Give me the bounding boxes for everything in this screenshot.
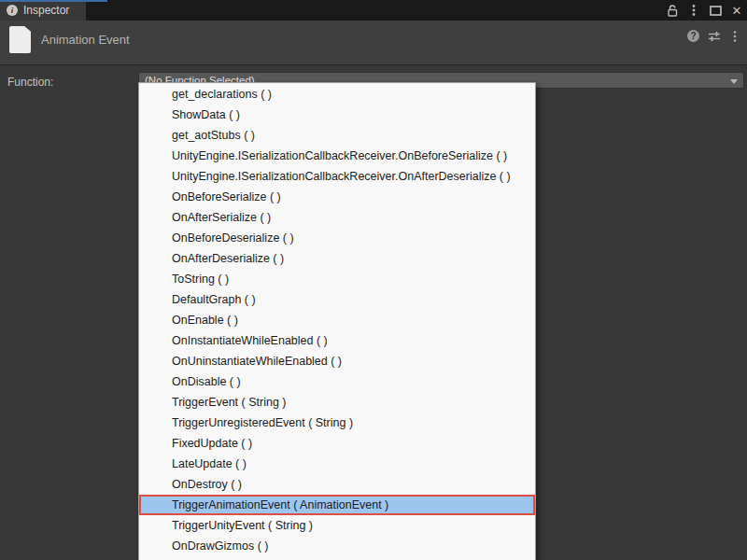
dropdown-item[interactable]: get_declarations ( ) — [139, 84, 535, 105]
dropdown-item[interactable]: UnityEngine.ISerializationCallbackReceiv… — [139, 146, 535, 166]
presets-icon[interactable] — [706, 28, 722, 44]
dropdown-item[interactable]: OnDisable ( ) — [139, 371, 535, 392]
dropdown-item[interactable]: OnDrawGizmos ( ) — [139, 536, 535, 556]
dropdown-item[interactable]: OnUninstantiateWhileEnabled ( ) — [139, 351, 535, 371]
function-label: Function: — [7, 76, 53, 89]
document-icon — [9, 26, 31, 53]
dropdown-item[interactable]: TriggerAnimationEvent ( AnimationEvent ) — [139, 495, 535, 515]
active-tab-accent — [0, 0, 107, 2]
tab-label: Inspector — [23, 4, 69, 17]
inspector-header: Animation Event ? — [0, 21, 747, 65]
dropdown-item[interactable]: UnityEngine.ISerializationCallbackReceiv… — [139, 166, 535, 187]
dropdown-item[interactable]: get_aotStubs ( ) — [139, 125, 535, 146]
window-titlebar: i Inspector ✕ — [0, 0, 747, 21]
help-icon[interactable]: ? — [685, 28, 701, 44]
dropdown-item[interactable]: OnAfterDeserialize ( ) — [139, 248, 535, 269]
dropdown-item[interactable]: TriggerEvent ( String ) — [139, 392, 535, 413]
dropdown-item[interactable]: TriggerUnityEvent ( String ) — [139, 515, 535, 536]
dropdown-item[interactable]: OnBeforeSerialize ( ) — [139, 187, 535, 207]
dropdown-item[interactable]: OnAfterSerialize ( ) — [139, 207, 535, 228]
dropdown-item[interactable]: OnEnable ( ) — [139, 310, 535, 330]
function-dropdown-popup: get_declarations ( )ShowData ( )get_aotS… — [138, 82, 536, 560]
info-icon: i — [7, 5, 18, 16]
dropdown-item[interactable]: DefaultGraph ( ) — [139, 289, 535, 310]
dropdown-item[interactable]: TriggerUnregisteredEvent ( String ) — [139, 413, 535, 433]
asset-title: Animation Event — [41, 33, 130, 47]
dropdown-item[interactable]: FixedUpdate ( ) — [139, 433, 535, 454]
tab-inspector[interactable]: i Inspector — [0, 0, 86, 21]
maximize-icon[interactable] — [708, 3, 723, 18]
dropdown-item[interactable]: OnDestroy ( ) — [139, 474, 535, 495]
dropdown-item[interactable]: ShowData ( ) — [139, 105, 535, 125]
titlebar-icons: ✕ — [665, 0, 744, 21]
dropdown-item[interactable]: ToString ( ) — [139, 269, 535, 289]
header-icons: ? — [685, 28, 742, 44]
dropdown-item[interactable]: LateUpdate ( ) — [139, 454, 535, 474]
dropdown-item[interactable]: OnInstantiateWhileEnabled ( ) — [139, 330, 535, 351]
unlock-icon[interactable] — [665, 3, 680, 18]
inspector-window: i Inspector ✕ — [0, 0, 747, 560]
kebab-menu-icon[interactable] — [686, 3, 701, 18]
dropdown-item[interactable]: OnBeforeDeserialize ( ) — [139, 228, 535, 248]
close-icon[interactable]: ✕ — [729, 3, 744, 18]
chevron-down-icon — [730, 79, 738, 84]
kebab-menu-icon[interactable] — [726, 28, 742, 44]
